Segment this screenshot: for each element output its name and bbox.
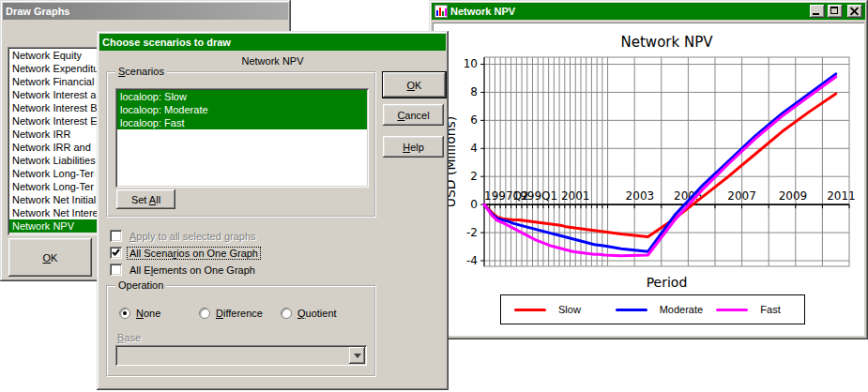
svg-text:2011: 2011 xyxy=(827,189,856,203)
legend-label: Fast xyxy=(760,304,780,315)
legend-entry-fast: Fast xyxy=(703,304,804,315)
dialog-titlebar[interactable]: Choose scenarios to draw xyxy=(99,34,446,51)
radio-none[interactable]: None xyxy=(119,308,160,319)
desktop: { "draw_graphs_window": { "title": "Draw… xyxy=(0,0,868,392)
svg-text:2001: 2001 xyxy=(561,189,590,203)
cancel-button[interactable]: Cancel xyxy=(383,104,444,126)
svg-text:6: 6 xyxy=(470,113,478,127)
radio-icon[interactable] xyxy=(119,308,130,319)
legend-entry-moderate: Moderate xyxy=(602,304,704,315)
ok-button-label: OK xyxy=(407,80,422,91)
ok-button[interactable]: OK xyxy=(383,72,446,98)
chart-window: Network NPV -4-202468101997Q21999Q120012… xyxy=(429,0,868,339)
close-icon xyxy=(849,6,860,16)
combobox-dropdown-button[interactable] xyxy=(349,347,365,364)
set-all-button-label: Set All xyxy=(131,194,160,205)
legend-entry-slow: Slow xyxy=(501,304,602,315)
set-all-button[interactable]: Set All xyxy=(116,189,175,209)
svg-text:8: 8 xyxy=(470,85,478,98)
legend-label: Moderate xyxy=(660,304,703,315)
choose-scenarios-dialog: Choose scenarios to draw Network NPV Sce… xyxy=(97,31,449,390)
svg-text:10: 10 xyxy=(464,57,478,70)
npv-line-chart: -4-202468101997Q21999Q120012003200520072… xyxy=(433,23,864,336)
radio-icon[interactable] xyxy=(199,308,210,319)
checkbox-label: All Scenarios on One Graph xyxy=(128,248,260,259)
scenarios-groupbox: Scenarios localoop: Slowlocaloop: Modera… xyxy=(106,71,376,218)
cancel-button-label: Cancel xyxy=(397,110,429,121)
checkbox-box[interactable] xyxy=(110,247,122,259)
help-button-label: Help xyxy=(403,142,424,153)
help-button[interactable]: Help xyxy=(383,136,444,158)
checkbox-all-elements-one-graph[interactable]: All Elements on One Graph xyxy=(110,263,257,277)
svg-text:2007: 2007 xyxy=(727,189,756,203)
checkbox-box[interactable] xyxy=(110,264,122,276)
minimize-button[interactable] xyxy=(810,5,825,18)
radio-difference[interactable]: Difference xyxy=(199,308,263,319)
svg-text:Network NPV: Network NPV xyxy=(621,34,714,51)
checkbox-all-scenarios-one-graph[interactable]: All Scenarios on One Graph xyxy=(110,246,260,260)
chart-icon xyxy=(434,5,448,18)
svg-text:Period: Period xyxy=(647,275,688,290)
legend-line-sample xyxy=(616,309,647,311)
chart-legend: SlowModerateFast xyxy=(500,294,805,324)
ok-button-label: OK xyxy=(43,252,58,264)
ok-button-rim: OK xyxy=(382,71,447,98)
scenario-list-item[interactable]: localoop: Fast xyxy=(117,116,367,129)
chevron-down-icon xyxy=(354,354,361,362)
checkbox-label: Apply to all selected graphs xyxy=(128,231,258,242)
close-button[interactable] xyxy=(847,5,862,18)
window-title: Network NPV xyxy=(450,6,807,17)
maximize-button[interactable] xyxy=(828,5,843,18)
maximize-icon xyxy=(830,7,838,14)
svg-text:0: 0 xyxy=(470,198,478,211)
svg-text:4: 4 xyxy=(470,142,478,155)
svg-text:-4: -4 xyxy=(466,254,478,267)
scenario-list-item[interactable]: localoop: Moderate xyxy=(117,103,367,116)
operation-groupbox: Operation None Difference Quotient Base xyxy=(106,285,376,377)
radio-quotient[interactable]: Quotient xyxy=(281,308,337,319)
checkbox-label: All Elements on One Graph xyxy=(128,264,257,276)
base-combobox[interactable] xyxy=(115,345,367,366)
legend-line-sample xyxy=(514,309,546,311)
radio-label: Quotient xyxy=(297,308,337,319)
base-label: Base xyxy=(117,332,141,343)
chart-window-titlebar[interactable]: Network NPV xyxy=(432,3,865,20)
window-title: Draw Graphs xyxy=(6,6,285,17)
svg-text:2009: 2009 xyxy=(779,189,808,203)
legend-label: Slow xyxy=(558,304,581,315)
radio-icon[interactable] xyxy=(281,308,292,319)
svg-text:-2: -2 xyxy=(466,226,478,239)
minimize-icon xyxy=(813,13,819,15)
svg-text:1999Q1: 1999Q1 xyxy=(513,189,558,203)
dialog-title: Choose scenarios to draw xyxy=(102,37,443,48)
radio-label: None xyxy=(136,308,160,319)
svg-text:2: 2 xyxy=(470,170,478,183)
legend-line-sample xyxy=(716,309,748,311)
draw-graphs-titlebar[interactable]: Draw Graphs xyxy=(3,3,288,20)
scenario-listbox[interactable]: localoop: Slowlocaloop: Moderatelocaloop… xyxy=(115,88,369,188)
scenario-list-item[interactable]: localoop: Slow xyxy=(117,90,367,103)
scenarios-group-label: Scenarios xyxy=(115,66,167,77)
radio-label: Difference xyxy=(216,308,263,319)
ok-button[interactable]: OK xyxy=(8,238,92,277)
svg-text:2003: 2003 xyxy=(626,189,655,203)
checkbox-apply-to-all-graphs[interactable]: Apply to all selected graphs xyxy=(110,229,258,243)
checkbox-box[interactable] xyxy=(110,230,122,242)
operation-group-label: Operation xyxy=(115,279,166,291)
chart-area: -4-202468101997Q21999Q120012003200520072… xyxy=(433,23,864,336)
